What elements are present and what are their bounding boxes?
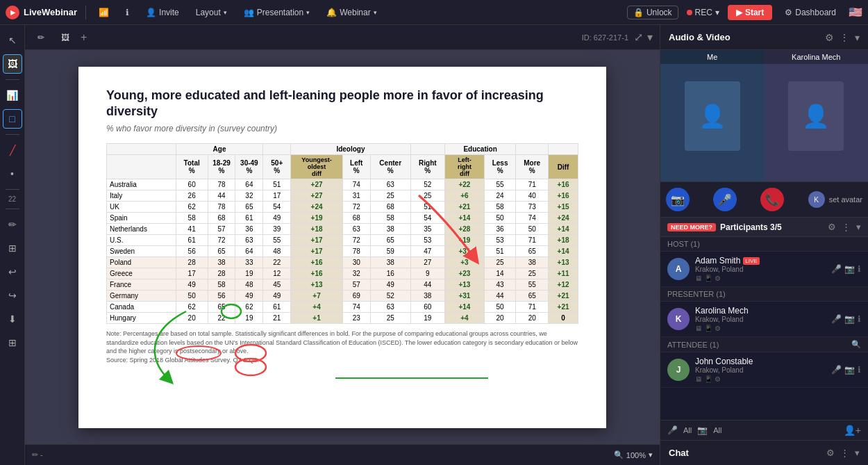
camera-button[interactable]: 📷 xyxy=(666,188,690,211)
download-tool[interactable]: ⬇ xyxy=(3,309,22,329)
karolina-info-icon[interactable]: ℹ xyxy=(858,314,861,324)
cell-value: +16 xyxy=(291,257,343,268)
table-row: Greece17281912+1632169+231425+11 xyxy=(107,268,578,279)
image-tool[interactable]: 🖼 xyxy=(3,54,22,74)
karolina-monitor-icon: 🖥 xyxy=(695,325,702,332)
add-tab-button[interactable]: + xyxy=(81,31,87,44)
chat-collapse-icon[interactable]: ▾ xyxy=(855,448,860,458)
chat-more-icon[interactable]: ⋮ xyxy=(840,448,849,458)
cell-value: 40 xyxy=(516,190,549,202)
search-icon[interactable]: 🔍 xyxy=(851,340,861,349)
layout-button[interactable]: Layout ▾ xyxy=(192,6,231,19)
participants-gear-icon[interactable]: ⚙ xyxy=(828,222,836,232)
th-center: Center% xyxy=(370,155,410,179)
redo-tool[interactable]: ↪ xyxy=(3,286,22,305)
karolina-avatar-sm: K xyxy=(667,308,690,330)
dashboard-button[interactable]: ⚙ Dashboard xyxy=(781,6,840,19)
presentation-button[interactable]: 👥 Presentation ▾ xyxy=(240,6,314,19)
cell-value: 72 xyxy=(342,235,370,246)
cell-value: +16 xyxy=(549,190,578,202)
cell-value: 33 xyxy=(235,257,263,268)
chat-gear-icon[interactable]: ⚙ xyxy=(826,448,835,458)
add-participant-icon[interactable]: 👤+ xyxy=(844,425,861,436)
start-button[interactable]: ▶ Start xyxy=(728,5,772,20)
cell-value: 78 xyxy=(342,246,370,257)
cam-all-icon[interactable]: 📷 xyxy=(697,425,708,435)
john-info-icon[interactable]: ℹ xyxy=(858,365,861,375)
karolina-mic-icon[interactable]: 🎤 xyxy=(831,314,842,324)
slide-id: ID: 627-217-1 xyxy=(582,33,628,42)
dot-tool[interactable]: • xyxy=(3,164,22,183)
all-mic-label[interactable]: All xyxy=(683,426,692,434)
zoom-control[interactable]: 🔍 100% ▾ xyxy=(614,450,653,459)
cell-value: 60 xyxy=(410,302,444,313)
john-cam-icon[interactable]: 📷 xyxy=(844,365,855,375)
rect-tool[interactable]: □ xyxy=(3,109,22,129)
more-icon[interactable]: ⋮ xyxy=(840,32,849,43)
app-logo[interactable]: ▶ LiveWebinar xyxy=(6,6,77,19)
adam-mic-icon[interactable]: 🎤 xyxy=(831,264,842,274)
pen-tool[interactable]: ✏ xyxy=(3,215,22,234)
adam-info-icon[interactable]: ℹ xyxy=(858,264,861,274)
cell-value: 28 xyxy=(208,268,235,279)
cell-value: 25 xyxy=(410,190,444,202)
cell-value: 36 xyxy=(484,224,515,235)
cell-value: +22 xyxy=(444,179,484,190)
zoom-caret[interactable]: ▾ xyxy=(649,450,653,459)
cell-value: 49 xyxy=(176,279,208,291)
info-icon[interactable]: ℹ xyxy=(122,6,133,19)
cell-country: Greece xyxy=(107,268,176,279)
video-slot-me: 👤 xyxy=(660,50,765,181)
chat-label: Chat xyxy=(669,448,821,458)
cell-country: Australia xyxy=(107,179,176,190)
unlock-button[interactable]: 🔒 Unlock xyxy=(627,6,678,19)
slide-canvas: Young, more educated and left-leaning pe… xyxy=(25,50,660,444)
all-cam-label[interactable]: All xyxy=(713,426,721,434)
cursor-tool[interactable]: ↖ xyxy=(3,31,22,50)
cell-value: 50 xyxy=(516,224,549,235)
nav-divider-1 xyxy=(85,6,86,19)
end-call-button[interactable]: 📞 xyxy=(760,188,784,211)
adam-cam-icon[interactable]: 📷 xyxy=(844,264,855,274)
draw-tab[interactable]: ✏ xyxy=(32,30,50,45)
cell-value: +16 xyxy=(291,268,343,279)
table-row: Hungary20221921+1232519+420200 xyxy=(107,313,578,324)
cell-value: 50 xyxy=(484,302,515,313)
th-empty xyxy=(107,155,176,179)
grid-tool[interactable]: ⊞ xyxy=(3,333,22,352)
image-tab[interactable]: 🖼 xyxy=(56,30,75,45)
table-tool[interactable]: ⊞ xyxy=(3,238,22,258)
cell-value: 55 xyxy=(263,235,291,246)
need-more-badge[interactable]: NEED MORE? xyxy=(667,223,716,231)
chart-tool[interactable]: 📊 xyxy=(3,85,22,105)
cell-value: 65 xyxy=(516,291,549,302)
edit-label[interactable]: ✏ - xyxy=(32,450,43,459)
chevron-down-icon[interactable]: ▾ xyxy=(647,31,653,44)
participants-collapse-icon[interactable]: ▾ xyxy=(856,222,861,232)
participants-more-icon[interactable]: ⋮ xyxy=(842,222,851,232)
cell-value: 38 xyxy=(208,257,235,268)
collapse-icon[interactable]: ▾ xyxy=(855,32,860,43)
adam-device-icons: 🖥 📱 ⚙ xyxy=(695,275,826,282)
karolina-cam-icon[interactable]: 📷 xyxy=(844,314,855,324)
mic-all-icon[interactable]: 🎤 xyxy=(667,425,678,435)
tool-separator-1 xyxy=(6,79,19,80)
table-row: Spain58686149+19685854+145074+24 xyxy=(107,213,578,224)
participants-header: NEED MORE? Participants 3/5 ⚙ ⋮ ▾ xyxy=(660,218,868,237)
cell-value: 65 xyxy=(370,235,410,246)
webinar-button[interactable]: 🔔 Webinar ▾ xyxy=(322,6,381,19)
rec-button[interactable]: REC ▾ xyxy=(687,8,719,17)
undo-tool[interactable]: ↩ xyxy=(3,262,22,282)
invite-button[interactable]: 👤 Invite xyxy=(142,6,183,19)
expand-icon[interactable]: ⤢ xyxy=(634,31,643,44)
gear-icon[interactable]: ⚙ xyxy=(825,32,834,43)
cell-value: +4 xyxy=(291,302,343,313)
cell-country: Netherlands xyxy=(107,224,176,235)
set-avatar-button[interactable]: K set avatar xyxy=(808,191,862,208)
john-mic-icon[interactable]: 🎤 xyxy=(831,365,842,375)
microphone-button[interactable]: 🎤 xyxy=(713,188,737,211)
cell-value: +21 xyxy=(549,302,578,313)
cell-value: +13 xyxy=(549,257,578,268)
karolina-device-icons: 🖥 📱 ⚙ xyxy=(695,325,826,332)
line-tool[interactable]: ╱ xyxy=(3,140,22,160)
